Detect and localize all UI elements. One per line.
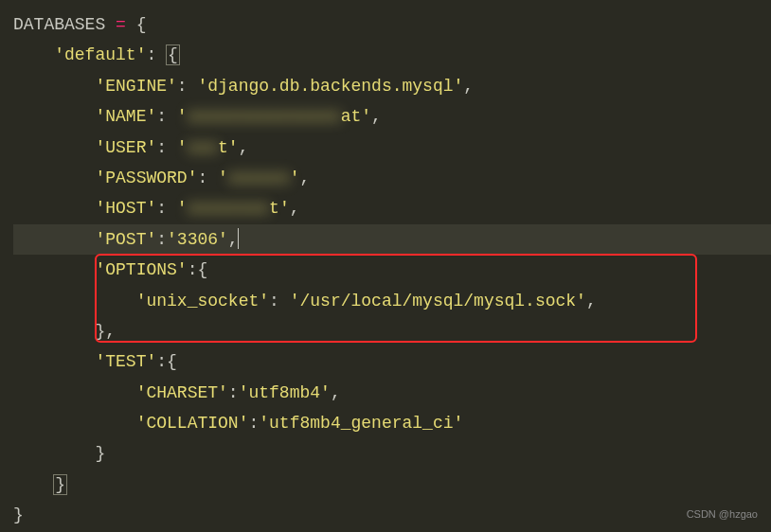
code-line: 'CHARSET':'utf8mb4',	[13, 378, 771, 408]
string-value: 'utf8mb4_general_ci'	[259, 414, 463, 433]
dict-key: 'ENGINE'	[95, 77, 176, 96]
redacted-text: xxx	[188, 138, 218, 157]
code-line: DATABASES = {	[13, 9, 771, 40]
dict-key: 'PASSWORD'	[95, 168, 197, 187]
variable-name: DATABASES	[13, 15, 105, 34]
string-value: 'django.db.backends.mysql'	[197, 77, 463, 96]
code-line: 'OPTIONS':{	[13, 255, 771, 285]
code-line: 'TEST':{	[13, 346, 771, 377]
code-line: 'COLLATION':'utf8mb4_general_ci'	[13, 408, 771, 438]
redacted-text: xxxxxxxxxxxxxxx	[188, 107, 341, 126]
dict-key: 'CHARSET'	[136, 383, 228, 402]
dict-key: 'USER'	[95, 138, 156, 157]
code-line: 'unix_socket': '/usr/local/mysql/mysql.s…	[13, 286, 771, 316]
dict-key: 'OPTIONS'	[95, 260, 187, 279]
equals-op: =	[105, 15, 135, 34]
code-line: 'NAME': 'xxxxxxxxxxxxxxxat',	[13, 101, 771, 132]
code-line: 'ENGINE': 'django.db.backends.mysql',	[13, 71, 771, 101]
code-line: 'PASSWORD': 'xxxxxx',	[13, 163, 771, 193]
dict-key: 'default'	[54, 45, 146, 64]
code-line: }	[13, 470, 771, 500]
code-line: },	[13, 316, 771, 346]
matched-brace: {	[166, 44, 180, 65]
code-line: 'USER': 'xxxt',	[13, 133, 771, 163]
dict-key: 'TEST'	[95, 352, 156, 371]
watermark-text: CSDN @hzgao	[687, 505, 758, 524]
code-line: 'default': {	[13, 40, 771, 70]
dict-key: 'COLLATION'	[136, 414, 249, 433]
string-value: 'utf8mb4'	[239, 383, 331, 402]
brace-open: {	[136, 15, 147, 34]
code-line: 'HOST': 'xxxxxxxxt',	[13, 193, 771, 223]
string-value: '3306'	[167, 230, 228, 249]
text-cursor	[238, 228, 240, 249]
dict-key: 'POST'	[95, 230, 156, 249]
string-value: '/usr/local/mysql/mysql.sock'	[290, 292, 586, 310]
code-block: DATABASES = { 'default': { 'ENGINE': 'dj…	[13, 9, 771, 531]
code-line: }	[13, 500, 771, 530]
redacted-text: xxxxxxxx	[188, 199, 269, 218]
redacted-text: xxxxxx	[228, 168, 290, 187]
matched-brace: }	[53, 474, 67, 495]
code-line-active: 'POST':'3306',	[13, 224, 771, 255]
colon: :	[146, 45, 167, 64]
dict-key: 'unix_socket'	[136, 292, 269, 310]
dict-key: 'HOST'	[95, 199, 156, 218]
code-line: }	[13, 438, 771, 469]
dict-key: 'NAME'	[95, 107, 156, 126]
